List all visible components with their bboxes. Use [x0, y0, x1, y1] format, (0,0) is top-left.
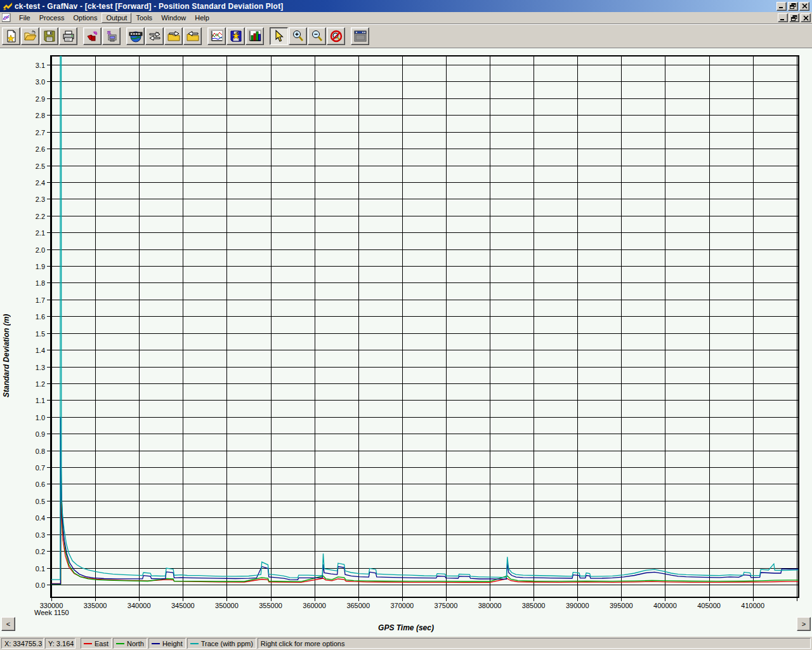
svg-text:1.9: 1.9	[36, 263, 45, 270]
process-gnss-icon	[86, 30, 99, 43]
menu-help[interactable]: Help	[190, 13, 214, 23]
svg-text:0.7: 0.7	[36, 464, 45, 472]
mdi-child-icon	[2, 13, 12, 22]
folder-import-button[interactable]	[183, 27, 202, 45]
svg-text:1.6: 1.6	[36, 313, 45, 321]
minimize-icon	[780, 15, 786, 21]
svg-text:400000: 400000	[653, 602, 677, 609]
window-controls	[776, 2, 811, 11]
bar-chart-button[interactable]	[246, 27, 264, 45]
legend-north-label: North	[127, 640, 144, 647]
open-folder-icon	[24, 30, 37, 43]
menu-tools[interactable]: Tools	[131, 13, 157, 23]
svg-text:1.4: 1.4	[36, 347, 45, 354]
menu-output[interactable]: Output	[102, 13, 131, 23]
svg-text:2.0: 2.0	[36, 246, 45, 254]
status-message: Right click for more options	[258, 638, 811, 649]
bar-chart-icon	[249, 30, 261, 43]
cursor-x-readout: X: 334755.3	[1, 638, 44, 649]
gps-week-label: Week 1150	[34, 609, 69, 616]
close-icon	[803, 15, 809, 21]
svg-text:2.2: 2.2	[36, 213, 45, 220]
child-close-button[interactable]	[801, 13, 811, 22]
svg-text:1.3: 1.3	[36, 364, 45, 371]
scroll-right-arrow: >	[802, 620, 806, 628]
zoom-in-button[interactable]	[289, 27, 307, 45]
svg-text:1.0: 1.0	[36, 414, 45, 421]
toolbar	[0, 24, 812, 48]
toolbar-separator	[346, 27, 351, 45]
child-window-controls	[778, 13, 812, 22]
window-title: ck-test - GrafNav - [ck-test [Forward] -…	[15, 2, 284, 11]
convert-arrows-icon	[148, 30, 162, 43]
svg-text:0.0: 0.0	[36, 581, 45, 589]
svg-text:2.3: 2.3	[36, 196, 45, 203]
menu-process[interactable]: Process	[35, 13, 69, 23]
globe-film-button[interactable]	[126, 27, 145, 45]
svg-text:0.4: 0.4	[36, 514, 45, 522]
svg-text:2.8: 2.8	[36, 112, 45, 119]
height-line-swatch	[152, 643, 160, 644]
minimize-icon	[778, 3, 785, 9]
pointer-button[interactable]	[270, 27, 288, 45]
map-window-icon	[353, 30, 367, 43]
svg-text:385000: 385000	[522, 602, 546, 609]
svg-text:0.5: 0.5	[36, 498, 45, 505]
legend-trace-label: Trace (with ppm)	[201, 640, 253, 647]
scroll-right-button[interactable]: >	[797, 617, 811, 631]
menu-options[interactable]: Options	[69, 13, 102, 23]
svg-text:345000: 345000	[171, 602, 195, 609]
svg-text:3.0: 3.0	[36, 78, 45, 86]
new-icon	[5, 30, 18, 43]
svg-text:2.1: 2.1	[36, 229, 45, 237]
map-window-button[interactable]	[351, 27, 369, 45]
north-line-swatch	[116, 643, 124, 644]
svg-text:390000: 390000	[566, 602, 589, 609]
download-remote-button[interactable]	[102, 27, 121, 45]
toolbar-separator	[121, 27, 126, 45]
zoom-out-button[interactable]	[308, 27, 326, 45]
folder-export-button[interactable]	[164, 27, 183, 45]
close-button[interactable]	[799, 2, 809, 11]
cursor-y-readout: Y: 3.164	[45, 638, 75, 649]
legend-east-label: East	[95, 640, 108, 647]
open-button[interactable]	[21, 27, 39, 45]
line-plot-button[interactable]	[207, 27, 226, 45]
svg-text:0.1: 0.1	[36, 565, 45, 573]
scroll-left-button[interactable]: <	[1, 617, 15, 631]
menu-file[interactable]: File	[15, 13, 35, 23]
svg-text:1.7: 1.7	[36, 296, 45, 304]
minimize-button[interactable]	[776, 2, 787, 11]
svg-text:335000: 335000	[84, 602, 107, 609]
svg-text:2.5: 2.5	[36, 162, 45, 170]
svg-text:0.9: 0.9	[36, 430, 45, 438]
svg-text:405000: 405000	[697, 602, 721, 609]
print-button[interactable]	[59, 27, 77, 45]
save-plot-button[interactable]	[226, 27, 245, 45]
menu-bar: File Process Options Output Tools Window…	[0, 12, 812, 24]
svg-text:1.5: 1.5	[36, 330, 45, 338]
restore-icon	[790, 3, 796, 9]
legend-north: North	[113, 638, 147, 649]
svg-text:0.8: 0.8	[36, 448, 45, 455]
plot-client-area: 0.00.10.20.30.40.50.60.70.80.91.01.11.21…	[0, 48, 812, 637]
zoom-cancel-button[interactable]	[327, 27, 345, 45]
y-axis-title: Standard Deviation (m)	[0, 260, 13, 451]
svg-text:350000: 350000	[215, 602, 239, 609]
svg-text:410000: 410000	[741, 602, 764, 609]
zoom-out-icon	[311, 30, 324, 43]
convert-button[interactable]	[145, 27, 164, 45]
svg-text:395000: 395000	[610, 602, 633, 609]
save-button[interactable]	[40, 27, 58, 45]
restore-button[interactable]	[788, 2, 798, 11]
position-stddev-plot[interactable]: 0.00.10.20.30.40.50.60.70.80.91.01.11.21…	[0, 48, 812, 637]
child-minimize-button[interactable]	[778, 13, 788, 22]
child-restore-button[interactable]	[789, 13, 799, 22]
east-line-swatch	[84, 643, 92, 644]
legend-height: Height	[148, 638, 186, 649]
new-button[interactable]	[2, 27, 20, 45]
menu-window[interactable]: Window	[157, 13, 190, 23]
svg-text:0.2: 0.2	[36, 548, 45, 555]
svg-text:365000: 365000	[346, 602, 370, 609]
process-gnss-button[interactable]	[83, 27, 102, 45]
